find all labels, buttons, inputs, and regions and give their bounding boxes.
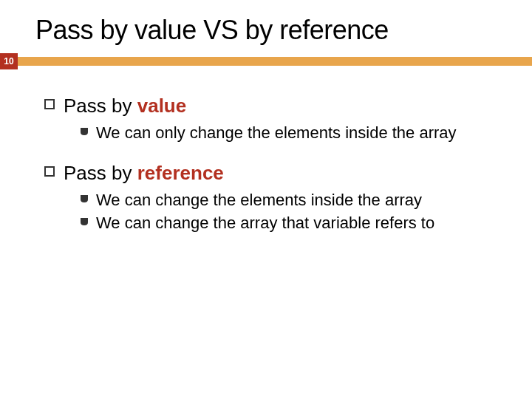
sub-bullets: We can change the elements inside the ar… bbox=[80, 189, 508, 234]
slide: Pass by value VS by reference 10 Pass by… bbox=[0, 0, 532, 399]
shield-bullet-icon bbox=[80, 217, 89, 226]
title-prefix-1: Pass bbox=[35, 15, 93, 45]
sub-bullet-text: We can change the array that variable re… bbox=[96, 212, 434, 234]
bullet-text-accent: reference bbox=[137, 162, 224, 184]
sub-bullet-text: We can only change the elements inside t… bbox=[96, 122, 457, 144]
bullet-text-plain: Pass by bbox=[64, 162, 137, 184]
bullet-level2: We can change the array that variable re… bbox=[80, 212, 508, 234]
title-plain-1: by value bbox=[100, 15, 204, 45]
title-plain-2: VS bbox=[203, 15, 238, 45]
bullet-level1: Pass by reference bbox=[44, 162, 508, 185]
page-number-badge: 10 bbox=[0, 53, 18, 69]
title-plain-3: by reference bbox=[245, 15, 389, 45]
bullet-level2: We can only change the elements inside t… bbox=[80, 122, 508, 144]
bullet-level2: We can change the elements inside the ar… bbox=[80, 189, 508, 211]
bullet-text-accent: value bbox=[137, 95, 187, 117]
accent-bar bbox=[18, 57, 532, 66]
bullet-text: Pass by value bbox=[64, 95, 186, 117]
shield-bullet-icon bbox=[80, 194, 89, 203]
square-bullet-icon bbox=[44, 99, 55, 109]
bullet-text-plain: Pass by bbox=[64, 95, 137, 117]
sub-bullets: We can only change the elements inside t… bbox=[80, 122, 508, 144]
shield-bullet-icon bbox=[80, 127, 89, 136]
square-bullet-icon bbox=[44, 166, 55, 177]
slide-title: Pass by value VS by reference bbox=[0, 0, 532, 53]
bullet-text: Pass by reference bbox=[64, 162, 224, 185]
bullet-level1: Pass by value bbox=[44, 95, 508, 117]
sub-bullet-text: We can change the elements inside the ar… bbox=[96, 189, 422, 211]
content-area: Pass by value We can only change the ele… bbox=[0, 69, 532, 234]
accent-bar-row: 10 bbox=[0, 53, 532, 69]
